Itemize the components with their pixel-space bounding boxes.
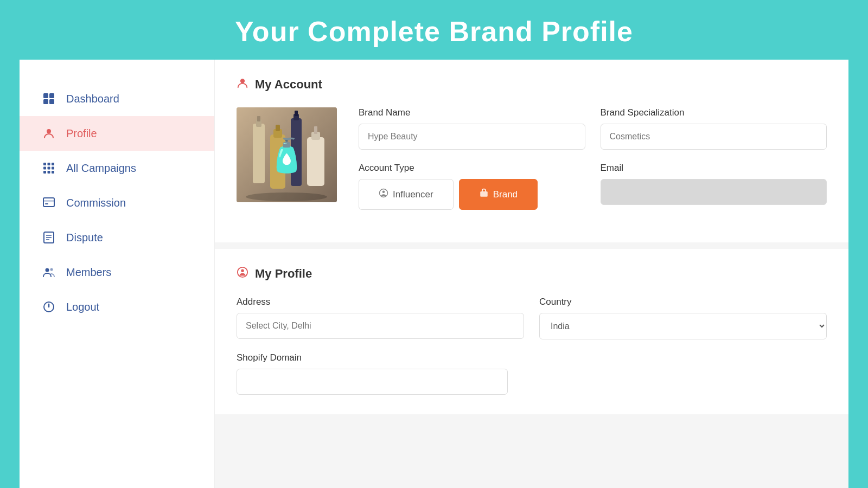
- page-title: Your Complete Brand Profile: [0, 0, 868, 60]
- commission-icon: [41, 195, 56, 210]
- sidebar-item-profile-label: Profile: [66, 127, 97, 140]
- svg-rect-9: [48, 167, 50, 170]
- country-field: Country India USA UK Australia Canada: [539, 297, 827, 339]
- profile-icon: [41, 126, 56, 141]
- svg-rect-34: [295, 111, 298, 116]
- svg-rect-1: [49, 93, 54, 98]
- shopify-domain-label: Shopify Domain: [237, 352, 508, 363]
- brand-image: [237, 107, 337, 202]
- sidebar-item-all-campaigns[interactable]: All Campaigns: [20, 151, 214, 185]
- email-field: Email: [601, 163, 827, 210]
- profile-fields: Address Country India USA UK Australia C…: [237, 297, 827, 395]
- svg-point-43: [241, 269, 244, 273]
- address-input[interactable]: [237, 313, 524, 339]
- svg-point-4: [47, 129, 51, 133]
- dispute-icon: [41, 230, 56, 245]
- address-field: Address: [237, 297, 524, 339]
- email-input[interactable]: [601, 179, 827, 205]
- sidebar-item-commission-label: Commission: [66, 197, 126, 209]
- account-type-label: Account Type: [359, 163, 585, 174]
- brand-button[interactable]: Brand: [459, 179, 538, 210]
- svg-rect-3: [49, 99, 54, 104]
- brand-name-input[interactable]: [359, 124, 585, 150]
- svg-rect-8: [43, 167, 46, 170]
- account-icon: [237, 77, 248, 92]
- profile-section-icon: [237, 266, 248, 281]
- sidebar-item-dispute[interactable]: Dispute: [20, 220, 214, 255]
- influencer-icon: [379, 188, 388, 201]
- country-label: Country: [539, 297, 827, 307]
- svg-rect-0: [43, 93, 48, 98]
- svg-point-21: [46, 268, 49, 272]
- brand-btn-label: Brand: [493, 189, 518, 200]
- sidebar-item-profile[interactable]: Profile: [20, 116, 214, 151]
- my-profile-label: My Profile: [255, 267, 312, 281]
- svg-rect-28: [257, 116, 260, 121]
- address-country-row: Address Country India USA UK Australia C…: [237, 297, 827, 339]
- sidebar-item-members[interactable]: Members: [20, 255, 214, 290]
- svg-rect-13: [52, 171, 54, 174]
- sidebar-item-logout-label: Logout: [66, 301, 99, 313]
- address-label: Address: [237, 297, 524, 307]
- brand-specialization-input[interactable]: [601, 124, 827, 150]
- shopify-row: Shopify Domain: [237, 352, 827, 395]
- svg-rect-15: [43, 200, 54, 202]
- sidebar-item-dashboard-label: Dashboard: [66, 93, 119, 105]
- sidebar-item-dashboard[interactable]: Dashboard: [20, 81, 214, 116]
- my-account-label: My Account: [255, 78, 322, 92]
- main-content: My Account: [215, 60, 848, 488]
- svg-rect-32: [291, 118, 302, 186]
- svg-rect-12: [48, 171, 50, 174]
- svg-rect-10: [52, 167, 54, 170]
- svg-rect-5: [43, 163, 46, 165]
- sidebar-item-members-label: Members: [66, 266, 111, 279]
- svg-rect-31: [276, 125, 280, 131]
- svg-rect-26: [253, 124, 265, 183]
- my-profile-title: My Profile: [237, 266, 827, 281]
- svg-rect-41: [480, 191, 488, 197]
- account-fields: Brand Name Brand Specialization Account …: [359, 107, 827, 223]
- my-profile-card: My Profile Address Country India USA UK: [215, 249, 848, 414]
- influencer-btn-label: Influencer: [393, 189, 433, 200]
- brand-icon: [479, 188, 489, 201]
- brand-specialization-label: Brand Specialization: [601, 107, 827, 118]
- brand-specialization-field: Brand Specialization: [601, 107, 827, 150]
- brand-name-label: Brand Name: [359, 107, 585, 118]
- email-label: Email: [601, 163, 827, 174]
- shopify-domain-field: Shopify Domain: [237, 352, 508, 395]
- sidebar-item-commission[interactable]: Commission: [20, 185, 214, 220]
- svg-rect-7: [52, 163, 54, 165]
- dashboard-icon: [41, 91, 56, 106]
- my-account-card: My Account: [215, 60, 848, 242]
- svg-rect-29: [270, 134, 285, 189]
- brand-name-field: Brand Name: [359, 107, 585, 150]
- influencer-button[interactable]: Influencer: [359, 179, 454, 210]
- svg-point-38: [246, 192, 327, 201]
- campaigns-icon: [41, 160, 56, 176]
- my-account-title: My Account: [237, 77, 827, 92]
- svg-point-40: [382, 191, 385, 194]
- shopify-domain-input[interactable]: [237, 369, 508, 395]
- account-type-field: Account Type: [359, 163, 585, 210]
- svg-point-24: [240, 79, 245, 83]
- svg-rect-37: [314, 126, 317, 134]
- svg-rect-6: [48, 163, 50, 165]
- sidebar-item-dispute-label: Dispute: [66, 232, 103, 244]
- svg-rect-16: [45, 203, 48, 204]
- svg-rect-14: [43, 198, 54, 207]
- sidebar-item-all-campaigns-label: All Campaigns: [66, 162, 136, 175]
- svg-rect-2: [43, 99, 48, 104]
- logout-icon: [41, 299, 56, 314]
- svg-point-22: [50, 268, 53, 271]
- svg-rect-35: [307, 137, 324, 186]
- country-select[interactable]: India USA UK Australia Canada: [539, 313, 827, 339]
- sidebar-item-logout[interactable]: Logout: [20, 290, 214, 324]
- svg-rect-11: [43, 171, 46, 174]
- members-icon: [41, 265, 56, 280]
- sidebar: Dashboard Profile: [20, 60, 215, 488]
